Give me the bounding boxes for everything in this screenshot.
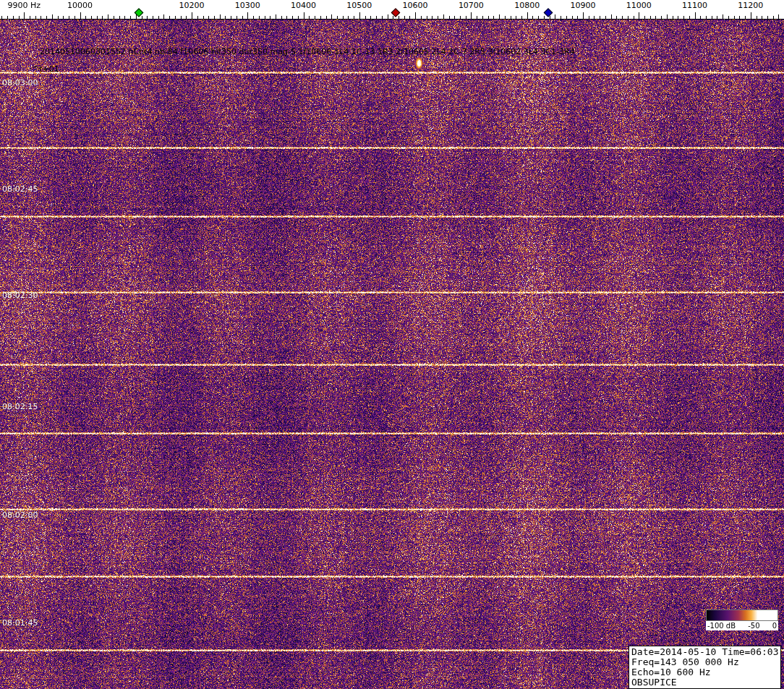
time-label: 08:02:45 [2,184,38,194]
ruler-tick [7,16,8,19]
info-station-line: OBSUPICE [631,677,778,688]
ruler-tick [644,16,645,19]
ruler-tick [231,16,231,19]
ruler-tick [130,16,131,19]
ruler-tick [276,14,276,19]
ruler-label: 11200 [738,1,763,10]
ruler-tick [516,16,516,19]
ruler-tick [124,16,125,19]
ruler-tick [661,16,662,19]
ruler-tick [745,16,746,19]
ruler-tick [751,12,751,19]
ruler-tick [348,16,349,19]
ruler-tick [354,16,354,19]
ruler-tick [717,16,717,19]
ruler-tick [69,16,69,19]
ruler-tick [52,14,53,19]
ruler-tick [365,16,366,19]
info-date-line: Date=2014-05-10 Time=06:03 UTC [631,647,778,657]
ruler-tick [197,16,198,19]
ruler-tick [370,16,371,19]
ruler-tick [181,16,182,19]
ruler-tick [286,16,287,19]
ruler-tick [521,16,522,19]
ruler-tick [493,16,494,19]
ruler-tick [376,16,377,19]
ruler-tick [320,16,321,19]
ruler-tick [605,16,606,19]
ruler-tick [600,16,600,19]
ruler-tick [225,16,226,19]
ruler-tick [527,12,528,19]
ruler-tick [650,16,651,19]
ruler-tick [639,12,639,19]
ruler-tick [315,16,315,19]
ruler-tick [460,16,461,19]
legend-min-label: -100 dB [707,622,736,630]
ruler-label: 10300 [235,1,260,10]
ruler-tick [505,16,506,19]
ruler-tick [409,16,410,19]
ruler-tick [532,16,533,19]
ruler-tick [163,14,164,19]
ruler-tick [382,16,383,19]
ruler-tick [393,16,393,19]
ruler-tick [538,16,539,19]
ruler-tick [628,16,629,19]
ruler-tick [427,16,427,19]
ruler-tick [655,16,656,19]
ruler-tick [147,16,148,19]
ruler-tick [511,16,511,19]
ruler-tick [415,12,416,19]
ruler-tick [46,16,47,19]
ruler-tick [153,16,153,19]
ruler-tick [41,16,41,19]
ruler-tick [142,16,142,19]
ruler-tick [566,16,567,19]
ruler-tick [343,16,344,19]
ruler-tick [114,16,114,19]
ruler-tick [359,12,360,19]
time-label: 08:03:00 [2,78,38,87]
frequency-ruler[interactable]: 9900 Hz100001020010300104001050010600107… [0,0,784,20]
ruler-tick [58,16,59,19]
ruler-tick [443,14,444,19]
ruler-tick [24,12,25,19]
ruler-tick [337,16,338,19]
ruler-tick [91,16,92,19]
ruler-tick [265,16,265,19]
ruler-tick [214,16,215,19]
ruler-tick [689,16,690,19]
ruler-tick [572,16,573,19]
marker-blue-diamond[interactable] [544,8,553,17]
ruler-tick [309,16,310,19]
time-label: 08:02:15 [2,402,38,411]
ruler-tick [544,16,545,19]
ruler-tick [13,16,14,19]
ruler-tick [555,14,555,19]
ruler-tick [169,16,170,19]
ruler-tick [611,14,612,19]
ruler-tick [477,16,477,19]
ruler-tick [74,16,75,19]
ruler-tick [695,12,696,19]
ruler-tick [399,16,399,19]
ruler-tick [85,16,86,19]
spectrogram-canvas[interactable] [0,20,784,689]
ruler-tick [80,12,81,19]
ruler-tick [108,14,108,19]
ruler-tick [259,16,260,19]
spectrogram-area[interactable]: 20140510060301552 hCnt4 nb-84 f10606 hit… [0,20,784,689]
ruler-tick [712,16,712,19]
time-label: 08:01:45 [2,618,38,628]
ruler-tick [634,16,634,19]
detection-annotation: 20140510060301552 hCnt4 nb-84 f10606 hit… [40,47,575,56]
ruler-label: 10800 [514,1,540,10]
ruler-tick [119,16,120,19]
ruler-tick [773,16,774,19]
ruler-tick [388,14,388,19]
ruler-tick [30,16,30,19]
ruler-tick [158,16,159,19]
ruler-tick [326,16,327,19]
observation-info-box: Date=2014-05-10 Time=06:03 UTC Freq=143 … [629,646,781,689]
